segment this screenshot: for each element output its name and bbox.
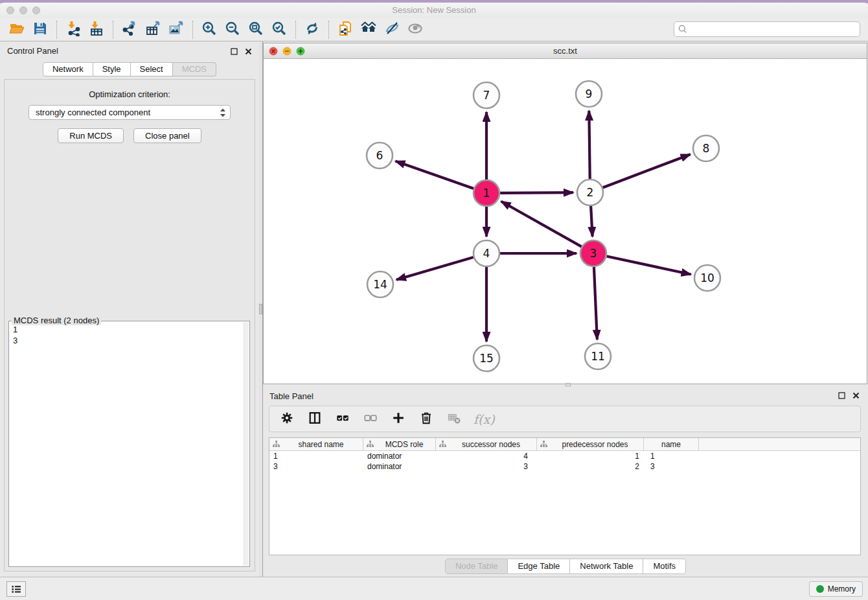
zoom-out-button[interactable]: [221, 20, 244, 40]
float-table-panel-button[interactable]: [837, 391, 846, 400]
graph-edge-4-14[interactable]: [396, 257, 474, 280]
column-header-mcds-role[interactable]: MCDS role: [363, 438, 436, 450]
splitter-grip[interactable]: [259, 304, 262, 314]
column-type-icon: [439, 440, 447, 448]
toggle-panel-icon: [308, 411, 322, 427]
tab-network-table[interactable]: Network Table: [570, 559, 643, 574]
cell-successor-nodes[interactable]: 3: [436, 461, 537, 472]
graph-edge-2-8[interactable]: [603, 154, 691, 187]
close-panel-action-button[interactable]: Close panel: [133, 128, 201, 143]
graph-node-6[interactable]: 6: [367, 143, 393, 168]
toolbar-separator: [328, 21, 329, 39]
settings-gear-icon: [280, 411, 294, 427]
export-image-button[interactable]: [165, 20, 188, 40]
close-panel-button[interactable]: [244, 47, 253, 56]
graph-node-10[interactable]: 10: [694, 265, 720, 291]
column-label: shared name: [282, 440, 360, 449]
hide-graphics-details-button[interactable]: [380, 20, 404, 40]
search-input[interactable]: [674, 21, 860, 37]
zoom-in-button[interactable]: [198, 20, 221, 40]
graph-node-4[interactable]: 4: [474, 240, 499, 266]
column-header-name[interactable]: name: [644, 438, 699, 450]
mcds-result-text[interactable]: 1 3: [10, 323, 243, 565]
float-panel-button[interactable]: [229, 47, 238, 56]
column-header-shared-name[interactable]: shared name: [269, 438, 363, 450]
zoom-fit-button[interactable]: [244, 20, 268, 40]
delete-column-icon: [419, 411, 433, 427]
cell-shared-name[interactable]: 3: [269, 461, 363, 472]
graph-edge-2-3[interactable]: [591, 206, 593, 237]
close-icon: [245, 48, 252, 55]
select-all-button[interactable]: [334, 411, 351, 428]
import-table-button[interactable]: [85, 20, 108, 40]
svg-text:8: 8: [703, 142, 710, 155]
graph-node-15[interactable]: 15: [474, 345, 499, 371]
graph-edge-1-2[interactable]: [500, 192, 573, 193]
graph-node-3[interactable]: 3: [580, 240, 606, 266]
save-session-button[interactable]: [29, 20, 52, 40]
cell-successor-nodes[interactable]: 4: [436, 451, 537, 461]
tab-motifs[interactable]: Motifs: [643, 559, 686, 574]
graph-edge-3-1[interactable]: [501, 202, 582, 247]
graph-node-11[interactable]: 11: [585, 343, 611, 369]
tab-select[interactable]: Select: [131, 62, 173, 76]
cell-name[interactable]: 1: [644, 451, 699, 461]
result-scrollbar[interactable]: [244, 322, 249, 566]
cell-mcds-role[interactable]: dominator: [363, 451, 436, 461]
clone-network-button[interactable]: [334, 20, 357, 40]
add-column-button[interactable]: [390, 411, 407, 428]
tab-edge-table[interactable]: Edge Table: [508, 559, 570, 574]
cell-predecessor-nodes[interactable]: 2: [537, 461, 644, 472]
column-header-predecessor-nodes[interactable]: predecessor nodes: [537, 438, 644, 450]
open-session-button[interactable]: [5, 20, 29, 40]
optimization-criterion-select[interactable]: strongly connected component: [29, 105, 231, 120]
zoom-selected-button[interactable]: [268, 20, 291, 40]
graph-node-14[interactable]: 14: [367, 271, 393, 297]
network-graph[interactable]: 1234678910111415: [264, 59, 867, 384]
close-table-panel-button[interactable]: [851, 391, 860, 400]
graph-node-8[interactable]: 8: [693, 135, 719, 161]
tab-style[interactable]: Style: [93, 62, 131, 76]
settings-gear-button[interactable]: [279, 411, 295, 428]
memory-button[interactable]: Memory: [809, 581, 863, 597]
show-graphics-details-button[interactable]: [404, 20, 427, 40]
import-network-button[interactable]: [62, 20, 85, 40]
table-row[interactable]: 1dominator411: [269, 451, 860, 461]
toggle-panel-button[interactable]: [306, 411, 323, 428]
tab-node-table[interactable]: Node Table: [445, 559, 508, 574]
memory-label: Memory: [828, 584, 856, 594]
export-network-button[interactable]: [118, 20, 141, 40]
export-table-button[interactable]: [141, 20, 165, 40]
graph-node-9[interactable]: 9: [576, 81, 602, 107]
import-network-icon: [65, 21, 81, 38]
graph-node-2[interactable]: 2: [577, 179, 603, 205]
task-history-button[interactable]: [6, 581, 26, 597]
deselect-all-button[interactable]: [362, 411, 379, 428]
network-canvas[interactable]: 1234678910111415: [264, 59, 867, 384]
refresh-layout-button[interactable]: [301, 20, 324, 40]
cell-shared-name[interactable]: 1: [269, 451, 363, 461]
cell-name[interactable]: 3: [644, 461, 699, 472]
graph-edge-2-9[interactable]: [589, 111, 589, 179]
graph-node-1[interactable]: 1: [474, 180, 499, 206]
graph-edge-3-11[interactable]: [594, 267, 597, 340]
run-mcds-button[interactable]: Run MCDS: [58, 128, 124, 143]
nested-networks-button[interactable]: [357, 20, 380, 40]
graph-edge-3-10[interactable]: [607, 256, 691, 274]
column-header-successor-nodes[interactable]: successor nodes: [436, 438, 537, 450]
cell-mcds-role[interactable]: dominator: [363, 461, 436, 472]
tab-mcds[interactable]: MCDS: [173, 62, 216, 76]
table-header-row: shared nameMCDS rolesuccessor nodesprede…: [269, 438, 860, 451]
graph-node-7[interactable]: 7: [474, 82, 499, 108]
delete-column-button[interactable]: [418, 411, 435, 428]
graph-edge-1-6[interactable]: [396, 161, 474, 189]
select-stepper-icon: [218, 107, 227, 119]
task-list-icon: [10, 583, 22, 595]
control-panel-tabs: NetworkStyleSelectMCDS: [0, 62, 259, 76]
network-view-titlebar[interactable]: scc.txt: [264, 43, 867, 59]
cell-predecessor-nodes[interactable]: 1: [537, 451, 644, 461]
table-row[interactable]: 3dominator323: [269, 461, 860, 472]
column-type-icon: [272, 440, 280, 448]
tab-network[interactable]: Network: [43, 62, 93, 76]
toolbar-separator: [295, 21, 296, 39]
